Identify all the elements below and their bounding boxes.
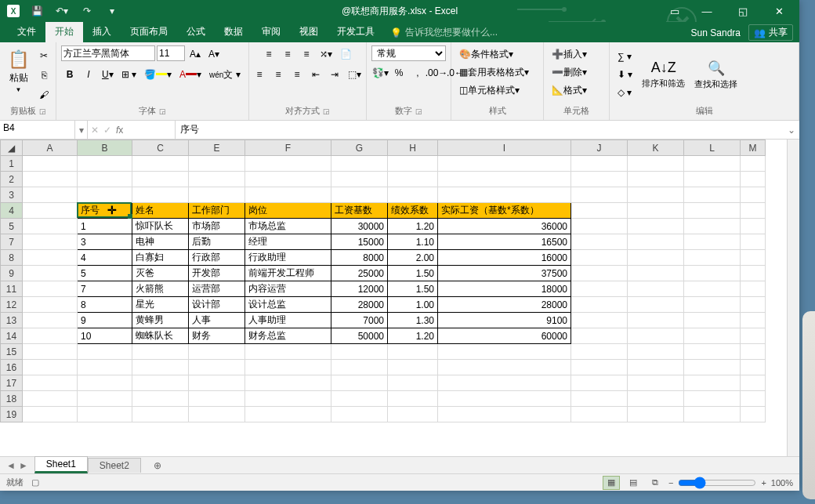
cell-B13[interactable]: 9 bbox=[78, 313, 132, 328]
cell-B15[interactable] bbox=[78, 344, 132, 360]
cell-J1[interactable] bbox=[571, 156, 628, 172]
wrap-text-button[interactable]: 📄 bbox=[337, 45, 355, 63]
row-header-19[interactable]: 19 bbox=[1, 407, 23, 422]
cell-E4[interactable]: 工作部门 bbox=[189, 203, 245, 219]
copy-button[interactable]: ⎘ bbox=[35, 67, 53, 84]
cell-J3[interactable] bbox=[571, 187, 628, 203]
row-header-4[interactable]: 4 bbox=[1, 203, 23, 219]
cell-K15[interactable] bbox=[628, 344, 684, 360]
cell-H3[interactable] bbox=[388, 187, 438, 203]
column-header-I[interactable]: I bbox=[438, 140, 571, 156]
column-header-F[interactable]: F bbox=[245, 140, 331, 156]
cell-J16[interactable] bbox=[571, 360, 628, 375]
cell-H18[interactable] bbox=[388, 391, 438, 407]
row-header-15[interactable]: 15 bbox=[1, 344, 23, 360]
cell-H12[interactable]: 1.00 bbox=[388, 297, 438, 313]
cell-J11[interactable] bbox=[571, 281, 628, 297]
cell-E17[interactable] bbox=[189, 375, 245, 391]
cell-L13[interactable] bbox=[684, 313, 741, 328]
cell-M9[interactable] bbox=[741, 266, 766, 281]
cell-G8[interactable]: 8000 bbox=[331, 250, 388, 266]
cancel-formula-button[interactable]: ✕ bbox=[91, 125, 99, 136]
cell-H13[interactable]: 1.30 bbox=[388, 313, 438, 328]
cell-J19[interactable] bbox=[571, 407, 628, 422]
cell-B8[interactable]: 4 bbox=[78, 250, 132, 266]
tell-me-search[interactable]: 💡告诉我您想要做什么... bbox=[384, 23, 504, 42]
cell-M16[interactable] bbox=[741, 360, 766, 375]
cell-B18[interactable] bbox=[78, 391, 132, 407]
cell-C15[interactable] bbox=[132, 344, 189, 360]
cell-G19[interactable] bbox=[331, 407, 388, 422]
phonetic-button[interactable]: wén文 ▾ bbox=[206, 66, 244, 83]
cell-K9[interactable] bbox=[628, 266, 684, 281]
vertical-scrollbar[interactable] bbox=[787, 140, 799, 456]
cell-A2[interactable] bbox=[23, 172, 78, 187]
cell-A16[interactable] bbox=[23, 360, 78, 375]
cell-H8[interactable]: 2.00 bbox=[388, 250, 438, 266]
zoom-out-button[interactable]: − bbox=[668, 478, 673, 488]
cell-A13[interactable] bbox=[23, 313, 78, 328]
cell-C3[interactable] bbox=[132, 187, 189, 203]
fx-button[interactable]: fx bbox=[116, 125, 123, 136]
insert-cells-button[interactable]: ➕ 插入 ▾ bbox=[549, 45, 604, 63]
cell-I19[interactable] bbox=[438, 407, 571, 422]
horizontal-scrollbar[interactable] bbox=[517, 459, 799, 472]
cell-L5[interactable] bbox=[684, 219, 741, 234]
cell-L16[interactable] bbox=[684, 360, 741, 375]
cell-G9[interactable]: 25000 bbox=[331, 266, 388, 281]
cell-K5[interactable] bbox=[628, 219, 684, 234]
cell-G16[interactable] bbox=[331, 360, 388, 375]
cell-B19[interactable] bbox=[78, 407, 132, 422]
percent-button[interactable]: % bbox=[390, 64, 408, 82]
cell-F19[interactable] bbox=[245, 407, 331, 422]
user-name[interactable]: Sun Sandra bbox=[691, 27, 741, 38]
underline-button[interactable]: U ▾ bbox=[99, 66, 117, 83]
align-left-button[interactable]: ≡ bbox=[251, 66, 268, 83]
cell-A4[interactable] bbox=[23, 203, 78, 219]
cell-I15[interactable] bbox=[438, 344, 571, 360]
row-header-14[interactable]: 14 bbox=[1, 328, 23, 344]
cell-E9[interactable]: 开发部 bbox=[189, 266, 245, 281]
cell-A17[interactable] bbox=[23, 375, 78, 391]
cell-C11[interactable]: 火箭熊 bbox=[132, 281, 189, 297]
cell-H16[interactable] bbox=[388, 360, 438, 375]
cell-M18[interactable] bbox=[741, 391, 766, 407]
cell-I13[interactable]: 9100 bbox=[438, 313, 571, 328]
row-header-17[interactable]: 17 bbox=[1, 375, 23, 391]
cell-E3[interactable] bbox=[189, 187, 245, 203]
minimize-button[interactable]: — bbox=[690, 0, 724, 22]
cell-C12[interactable]: 星光 bbox=[132, 297, 189, 313]
cell-L12[interactable] bbox=[684, 297, 741, 313]
cell-C1[interactable] bbox=[132, 156, 189, 172]
cell-H4[interactable]: 绩效系数 bbox=[388, 203, 438, 219]
cell-H14[interactable]: 1.20 bbox=[388, 328, 438, 344]
increase-indent-button[interactable]: ⇥ bbox=[326, 66, 343, 83]
cell-C16[interactable] bbox=[132, 360, 189, 375]
cell-F2[interactable] bbox=[245, 172, 331, 187]
cell-M17[interactable] bbox=[741, 375, 766, 391]
bold-button[interactable]: B bbox=[61, 66, 78, 83]
cell-I2[interactable] bbox=[438, 172, 571, 187]
align-bottom-button[interactable]: ≡ bbox=[298, 45, 315, 63]
enter-formula-button[interactable]: ✓ bbox=[103, 125, 111, 136]
sort-filter-button[interactable]: A↓Z 排序和筛选 bbox=[639, 49, 688, 100]
tab-formulas[interactable]: 公式 bbox=[177, 22, 215, 42]
cell-B1[interactable] bbox=[78, 156, 132, 172]
row-header-2[interactable]: 2 bbox=[1, 172, 23, 187]
cell-L19[interactable] bbox=[684, 407, 741, 422]
cell-J8[interactable] bbox=[571, 250, 628, 266]
cell-B11[interactable]: 7 bbox=[78, 281, 132, 297]
find-select-button[interactable]: 🔍 查找和选择 bbox=[691, 49, 741, 100]
cell-L2[interactable] bbox=[684, 172, 741, 187]
cell-H9[interactable]: 1.50 bbox=[388, 266, 438, 281]
column-header-C[interactable]: C bbox=[132, 140, 189, 156]
cell-G2[interactable] bbox=[331, 172, 388, 187]
cell-F4[interactable]: 岗位 bbox=[245, 203, 331, 219]
cell-E16[interactable] bbox=[189, 360, 245, 375]
delete-cells-button[interactable]: ➖ 删除 ▾ bbox=[549, 63, 604, 81]
cell-C19[interactable] bbox=[132, 407, 189, 422]
clear-button[interactable]: ◇ ▾ bbox=[614, 84, 635, 101]
row-header-8[interactable]: 8 bbox=[1, 250, 23, 266]
row-header-5[interactable]: 5 bbox=[1, 219, 23, 234]
cell-F18[interactable] bbox=[245, 391, 331, 407]
